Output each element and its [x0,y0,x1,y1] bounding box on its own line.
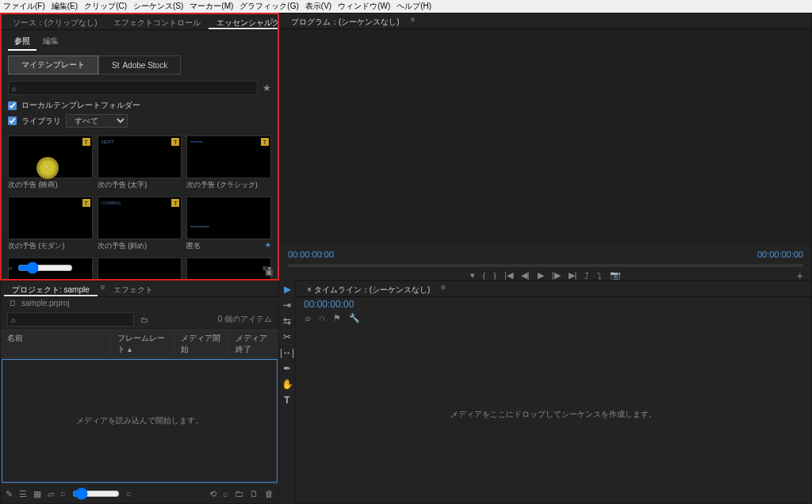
snap-icon[interactable]: ⎄ [305,313,311,323]
stock-icon: St [112,61,119,70]
bin-icon[interactable]: 🗀 [140,315,148,324]
marker-icon[interactable]: ⚑ [333,313,341,323]
find-icon[interactable]: ⌕ [223,489,228,499]
delete-icon[interactable]: 🗑 [265,489,274,499]
slip-tool-icon[interactable]: |↔| [280,347,294,358]
tab-effect-controls[interactable]: エフェクトコントロール [105,16,209,29]
timecode-right[interactable]: 00:00:00:00 [757,250,803,259]
new-folder-icon[interactable]: ▣ [265,267,273,277]
menu-sequence[interactable]: シーケンス(S) [133,1,183,12]
timeline-drop-area[interactable]: メディアをここにドロップしてシーケンスを作成します。 [296,325,811,503]
timecode-left[interactable]: 00:00:00:00 [288,250,334,259]
automate-icon[interactable]: ⟲ [209,489,216,499]
cursor-highlight: ↖ [36,157,59,179]
project-zoom-slider[interactable] [72,487,120,500]
search-input[interactable] [8,81,258,95]
write-mode-icon[interactable]: ✎ [6,489,13,499]
tab-project[interactable]: プロジェクト: sample [4,283,98,296]
project-panel: プロジェクト: sample ≡ エフェクト 🗋 sample.prproj 🗀… [0,281,279,504]
menu-marker[interactable]: マーカー(M) [190,1,233,12]
linked-selection-icon[interactable]: ∩ [319,313,325,323]
panel-menu-icon[interactable]: ≡ [441,283,446,296]
step-back-icon[interactable]: ◀| [521,270,530,281]
selection-tool-icon[interactable]: ▶ [284,284,291,295]
mark-out-icon[interactable]: } [493,271,496,281]
subtab-browse[interactable]: 参照 [8,33,36,51]
mark-in-icon[interactable]: { [483,271,486,281]
extract-icon[interactable]: ⤵ [597,271,602,281]
menu-help[interactable]: ヘルプ(H) [396,1,431,12]
col-framerate[interactable]: フレームレート ▴ [111,330,174,357]
select-libraries[interactable]: すべて [66,114,128,128]
label-libraries: ライブラリ [21,116,61,127]
button-editor-icon[interactable]: + [797,269,803,281]
essential-graphics-panel: ソース：(クリップなし) エフェクトコントロール エッセンシャルグラフィックス … [0,13,279,281]
menu-clip[interactable]: クリップ(C) [84,1,127,12]
menu-bar: ファイル(F) 編集(E) クリップ(C) シーケンス(S) マーカー(M) グ… [0,0,812,13]
menu-file[interactable]: ファイル(F) [3,1,45,12]
zoom-out-icon[interactable]: ○ [8,264,13,273]
toggle-adobe-stock[interactable]: StAdobe Stock [98,55,181,74]
tab-timeline[interactable]: × タイムライン：(シーケンスなし) [299,283,438,296]
menu-window[interactable]: ウィンドウ(W) [338,1,390,12]
step-forward-icon[interactable]: |▶ [552,270,561,281]
menu-graphics[interactable]: グラフィック(G) [239,1,298,12]
subtab-edit[interactable]: 編集 [36,33,65,51]
favorites-filter-icon[interactable]: ★ [262,82,271,94]
panel-menu-icon[interactable]: ≡ [411,15,416,29]
menu-edit[interactable]: 編集(E) [52,1,78,12]
add-marker-icon[interactable]: ▾ [470,270,475,281]
play-icon[interactable]: ▶ [538,270,544,281]
tab-essential-graphics[interactable]: エッセンシャルグラフィックス [209,16,279,29]
settings-icon[interactable]: 🔧 [349,313,360,323]
tools-panel: ▶ ⇥ ⇆ ✂ |↔| ✒ ✋ T [279,281,295,504]
template-item[interactable]: T━━━━次の予告 (クラシック) [186,136,271,192]
icon-view-icon[interactable]: ▦ [33,489,41,499]
project-headers: 名前 フレームレート ▴ メディア開始 メディア終了 [1,330,278,358]
program-scrubber[interactable] [288,264,803,267]
panel-close-icon[interactable]: × [270,16,274,25]
pen-tool-icon[interactable]: ✒ [283,363,291,374]
label-local-folder: ローカルテンプレートフォルダー [21,100,140,111]
checkbox-local-folder[interactable] [8,101,17,110]
go-to-out-icon[interactable]: ▶| [569,270,577,281]
toggle-my-templates[interactable]: マイテンプレート [8,55,98,74]
col-media-end[interactable]: メディア終了 [229,330,278,357]
menu-view[interactable]: 表示(V) [305,1,331,12]
hand-tool-icon[interactable]: ✋ [282,379,293,390]
freeform-view-icon[interactable]: ▱ [48,489,54,499]
timeline-panel: × タイムライン：(シーケンスなし) ≡ 00:00:00:00 ⎄ ∩ ⚑ 🔧… [295,281,812,504]
tab-source[interactable]: ソース：(クリップなし) [5,16,105,29]
thumb-zoom-slider[interactable] [17,262,73,274]
project-empty-area[interactable]: メディアを読み込んで開始します。 [2,359,278,483]
new-item-icon[interactable]: 🗋 [250,489,259,499]
col-media-start[interactable]: メディア開始 [174,330,230,357]
template-item[interactable]: TCOMING次の予告 (斜め) [98,197,182,253]
export-frame-icon[interactable]: 📷 [610,270,621,281]
template-item[interactable]: T次の予告 (モダン) [8,197,93,253]
template-item[interactable]: ━━━━━━匿名★ [186,197,271,253]
project-footer: ✎ ☰ ▦ ▱ ○ ○ ⟲ ⌕ 🗀 🗋 🗑 [1,483,278,503]
zoom-min-icon: ○ [60,489,66,498]
program-viewer [280,29,811,245]
razor-tool-icon[interactable]: ✂ [283,331,291,342]
program-monitor-panel: プログラム：(シーケンスなし) ≡ 00:00:00:00 00:00:00:0… [279,13,812,281]
type-tool-icon[interactable]: T [284,395,289,406]
template-item[interactable]: TNEXT次の予告 (太字) [98,136,182,192]
timeline-timecode[interactable]: 00:00:00:00 [302,297,805,311]
project-search-input[interactable] [7,312,134,326]
tab-program[interactable]: プログラム：(シーケンスなし) [283,15,408,29]
new-bin-icon[interactable]: 🗀 [235,489,243,499]
project-empty-message: メディアを読み込んで開始します。 [76,415,203,426]
track-select-tool-icon[interactable]: ⇥ [283,300,291,311]
go-to-in-icon[interactable]: |◀ [504,270,513,281]
items-count: 0 個のアイテム [218,314,272,325]
ripple-edit-tool-icon[interactable]: ⇆ [283,315,291,326]
timeline-empty-message: メディアをここにドロップしてシーケンスを作成します。 [450,409,657,420]
tab-effects[interactable]: エフェクト [105,283,161,296]
checkbox-libraries[interactable] [8,116,17,125]
lift-icon[interactable]: ⤴ [584,271,589,281]
project-file-icon: 🗋 [9,299,17,307]
list-view-icon[interactable]: ☰ [19,489,27,499]
col-name[interactable]: 名前 [1,330,111,357]
